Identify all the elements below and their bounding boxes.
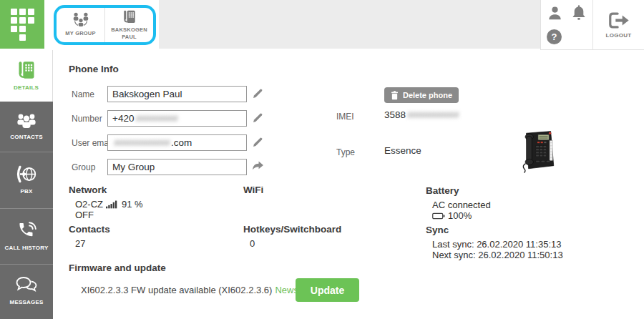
network-operator: O2-CZ — [75, 199, 103, 210]
sidebar-item-messages[interactable]: MESSAGES — [0, 265, 53, 318]
phone-tabs-highlight: MY GROUP BAKSKOGEN PAUL — [54, 5, 156, 45]
contacts-count: 27 — [75, 238, 85, 249]
phone-product-image — [517, 129, 557, 173]
bell-icon[interactable] — [570, 3, 588, 22]
name-label: Name — [72, 89, 94, 99]
sync-section: Sync Last sync: 26.02.2020 11:35:13 Next… — [426, 225, 626, 260]
group-icon — [72, 12, 90, 28]
contacts-title: Contacts — [69, 224, 110, 235]
group-value: My Group — [112, 162, 155, 172]
sidebar-item-pbx-label: PBX — [20, 188, 32, 195]
number-label: Number — [72, 114, 102, 124]
logout-button[interactable]: LOGOUT — [592, 0, 644, 50]
email-suffix: .com — [171, 137, 192, 148]
edit-number-icon[interactable] — [252, 112, 263, 124]
header-background — [159, 0, 540, 49]
contacts-icon — [14, 112, 39, 129]
header-utility-box: ? — [540, 0, 592, 50]
battery-power: AC connected — [432, 200, 491, 210]
help-icon[interactable]: ? — [547, 29, 562, 44]
name-input[interactable]: Bakskogen Paul — [107, 86, 247, 102]
sidebar-item-call-history-label: CALL HISTORY — [5, 245, 49, 252]
sidebar-item-pbx[interactable]: PBX — [0, 152, 53, 209]
wifi-title: WiFi — [243, 185, 263, 195]
sidebar-item-contacts-label: CONTACTS — [10, 134, 42, 141]
sync-title: Sync — [426, 225, 626, 235]
type-value: Essence — [384, 145, 421, 156]
signal-bars-icon — [106, 200, 119, 209]
messages-icon — [15, 276, 38, 295]
sidebar-item-details[interactable]: DETAILS — [0, 50, 53, 102]
imei-label: IMEI — [336, 112, 354, 122]
user-icon[interactable] — [547, 4, 563, 22]
wifi-section: WiFi — [243, 185, 263, 195]
battery-icon — [432, 212, 445, 220]
number-input[interactable]: +420 ######### — [107, 110, 247, 127]
hotkeys-title: Hotkeys/Switchboard — [243, 224, 341, 235]
phone-info-title: Phone Info — [69, 64, 119, 74]
logout-icon — [608, 11, 630, 29]
number-redacted: ######### — [135, 113, 177, 124]
type-label: Type — [336, 147, 355, 157]
group-label: Group — [72, 162, 95, 172]
network-section: Network O2-CZ 91 % OFF — [69, 185, 233, 220]
contacts-section: Contacts 27 — [69, 224, 110, 249]
desk-phone-icon — [122, 9, 137, 24]
battery-section: Battery AC connected 100% — [426, 185, 612, 221]
email-redacted: ############ — [114, 137, 170, 148]
user-email-input[interactable]: ############ .com — [107, 134, 247, 151]
network-state: OFF — [75, 210, 94, 220]
hotkeys-section: Hotkeys/Switchboard 0 — [243, 224, 341, 249]
firmware-status-line: XI602.2.3.3 FW update available (XI602.2… — [81, 285, 298, 295]
tab-my-group[interactable]: MY GROUP — [57, 8, 104, 42]
firmware-text: XI602.2.3.3 FW update available (XI602.2… — [81, 285, 272, 295]
tab-bakskogen-paul[interactable]: BAKSKOGEN PAUL — [104, 8, 153, 42]
delete-phone-button[interactable]: Delete phone — [384, 87, 459, 103]
battery-title: Battery — [426, 185, 612, 196]
imei-redacted: ########### — [407, 109, 459, 120]
sidebar-item-details-label: DETAILS — [14, 84, 39, 92]
group-input[interactable]: My Group — [107, 159, 247, 175]
hotkeys-count: 0 — [250, 238, 255, 249]
battery-level: 100% — [448, 210, 472, 221]
network-signal-percent: 91 % — [122, 199, 143, 210]
sync-next: Next sync: 26.02.2020 11:50:13 — [432, 250, 563, 260]
update-button[interactable]: Update — [296, 278, 359, 302]
delete-phone-label: Delete phone — [403, 91, 452, 99]
user-email-label: User email — [72, 138, 112, 148]
edit-email-icon[interactable] — [252, 137, 263, 148]
sidebar-item-contacts[interactable]: CONTACTS — [0, 102, 53, 152]
sidebar: DETAILS CONTACTS PBX CALL HISTORY — [0, 50, 53, 319]
trash-icon — [391, 91, 399, 100]
pbx-icon — [16, 165, 37, 184]
go-to-group-icon[interactable] — [252, 161, 264, 172]
call-history-icon — [17, 221, 36, 240]
imei-value: 3588 ########### — [384, 109, 460, 120]
tab-bakskogen-paul-label: BAKSKOGEN PAUL — [106, 26, 152, 41]
edit-name-icon[interactable] — [252, 88, 263, 99]
number-prefix: +420 — [112, 113, 134, 124]
network-title: Network — [69, 185, 233, 195]
name-value: Bakskogen Paul — [112, 89, 182, 99]
update-button-label: Update — [311, 285, 344, 296]
app-logo[interactable] — [0, 0, 44, 49]
tab-my-group-label: MY GROUP — [65, 30, 95, 37]
details-phone-icon — [16, 60, 37, 80]
sidebar-item-call-history[interactable]: CALL HISTORY — [0, 209, 53, 265]
firmware-title: Firmware and update — [69, 262, 166, 273]
logout-label: LOGOUT — [605, 32, 631, 39]
sync-last: Last sync: 26.02.2020 11:35:13 — [432, 239, 561, 250]
keypad-logo-icon — [11, 9, 34, 41]
sidebar-item-messages-label: MESSAGES — [10, 299, 44, 306]
